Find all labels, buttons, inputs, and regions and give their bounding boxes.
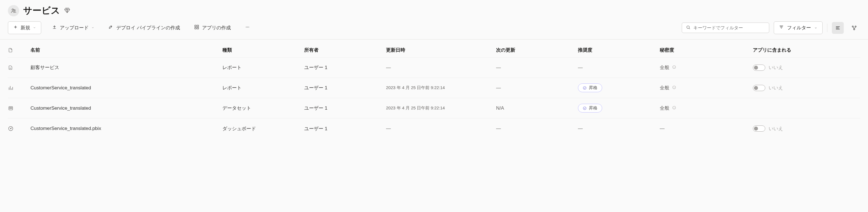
cell-included[interactable]: いいえ (753, 126, 849, 132)
svg-point-15 (583, 86, 586, 90)
table-row[interactable]: CustomerService_translated データセット ユーザー 1… (8, 98, 860, 118)
workspace-avatar-icon (8, 5, 19, 16)
content-table: 名前 種類 所有者 更新日時 次の更新 推奨度 秘密度 アプリに含まれる 顧客サ… (0, 39, 868, 139)
column-header-type[interactable]: 種類 (222, 47, 304, 53)
svg-rect-6 (197, 28, 198, 29)
create-app-label: アプリの作成 (202, 25, 231, 31)
toggle-label: いいえ (769, 84, 783, 91)
svg-point-22 (10, 108, 11, 109)
column-header-endorsement[interactable]: 推奨度 (578, 47, 660, 53)
rocket-icon (108, 25, 114, 31)
deploy-button-label: デプロイ パイプラインの作成 (116, 25, 180, 31)
cell-sensitivity: 全般 (660, 64, 753, 71)
cell-refreshed: — (386, 65, 496, 70)
column-header-type-icon[interactable] (8, 47, 30, 53)
chevron-down-icon (814, 25, 817, 31)
chevron-down-icon (91, 26, 94, 30)
svg-point-10 (687, 26, 689, 29)
new-button[interactable]: 新規 (8, 22, 41, 34)
cell-endorsement: — (578, 65, 660, 70)
svg-point-24 (583, 107, 586, 110)
cell-refreshed: — (386, 126, 496, 131)
cell-owner: ユーザー 1 (304, 64, 386, 71)
chevron-down-icon (33, 26, 36, 30)
cell-endorsement: 昇格 (578, 104, 660, 112)
lineage-view-button[interactable] (848, 22, 860, 34)
svg-point-13 (854, 29, 855, 30)
svg-point-2 (111, 27, 112, 27)
svg-point-19 (10, 107, 11, 107)
toolbar-right: フィルター (682, 22, 860, 34)
table-row[interactable]: CustomerService_translated レポート ユーザー 1 2… (8, 78, 860, 98)
toggle-off-icon[interactable] (753, 85, 765, 91)
svg-rect-4 (197, 25, 198, 27)
svg-point-8 (247, 27, 248, 27)
cell-type: レポート (222, 84, 304, 91)
create-app-button[interactable]: アプリの作成 (191, 22, 234, 34)
app-grid-icon (194, 25, 199, 31)
list-view-button[interactable] (832, 22, 844, 34)
svg-point-7 (246, 27, 246, 27)
dataset-icon (8, 105, 30, 111)
table-row[interactable]: CustomerService_translated.pbix ダッシュボード … (8, 118, 860, 139)
table-header-row: 名前 種類 所有者 更新日時 次の更新 推奨度 秘密度 アプリに含まれる (8, 39, 860, 58)
cell-owner: ユーザー 1 (304, 105, 386, 111)
column-header-owner[interactable]: 所有者 (304, 47, 386, 53)
upload-button-label: アップロード (60, 25, 89, 31)
svg-point-12 (855, 26, 856, 27)
search-input[interactable] (693, 25, 765, 30)
premium-diamond-icon (64, 7, 70, 14)
search-box[interactable] (682, 23, 769, 33)
column-header-name[interactable]: 名前 (30, 47, 222, 53)
svg-point-0 (12, 9, 14, 10)
report-bars-icon (8, 85, 30, 91)
column-header-next-refresh[interactable]: 次の更新 (496, 47, 578, 53)
promoted-badge: 昇格 (578, 104, 602, 112)
plus-icon (13, 25, 18, 31)
toggle-label: いいえ (769, 126, 783, 132)
cell-next-refresh: — (496, 85, 578, 91)
more-actions-button[interactable] (242, 22, 253, 34)
svg-rect-3 (195, 25, 196, 27)
cell-type: レポート (222, 64, 304, 71)
filter-lines-icon (779, 25, 784, 31)
upload-icon (52, 25, 57, 31)
cell-type: データセット (222, 105, 304, 111)
new-button-label: 新規 (21, 25, 30, 31)
cell-owner: ユーザー 1 (304, 126, 386, 132)
cell-name[interactable]: CustomerService_translated.pbix (30, 126, 222, 131)
cell-included[interactable]: いいえ (753, 64, 849, 71)
cell-next-refresh: — (496, 65, 578, 70)
cell-name[interactable]: CustomerService_translated (30, 85, 222, 91)
report-icon (8, 65, 30, 70)
filter-button[interactable]: フィルター (774, 22, 823, 34)
svg-point-18 (9, 107, 10, 107)
column-header-sensitivity[interactable]: 秘密度 (660, 47, 753, 53)
column-header-included[interactable]: アプリに含まれる (753, 47, 849, 53)
svg-point-1 (14, 9, 15, 11)
toggle-off-icon[interactable] (753, 65, 765, 71)
svg-point-21 (9, 108, 10, 109)
cell-next-refresh: N/A (496, 105, 578, 111)
cell-name[interactable]: 顧客サービス (30, 64, 222, 71)
dashboard-icon (8, 126, 30, 131)
info-icon (672, 65, 676, 70)
svg-point-20 (11, 107, 12, 107)
info-icon (672, 105, 676, 111)
upload-button[interactable]: アップロード (49, 22, 98, 34)
cell-included[interactable]: いいえ (753, 84, 849, 91)
cell-sensitivity: 全般 (660, 84, 753, 91)
workspace-title: サービス (23, 4, 60, 17)
column-header-refreshed[interactable]: 更新日時 (386, 47, 496, 53)
cell-type: ダッシュボード (222, 126, 304, 132)
cell-owner: ユーザー 1 (304, 84, 386, 91)
toggle-off-icon[interactable] (753, 126, 765, 132)
filter-button-label: フィルター (787, 25, 811, 31)
toolbar: 新規 アップロード デプロイ パイプラインの作成 アプリの作成 (0, 20, 868, 39)
svg-point-23 (11, 108, 12, 109)
info-icon (672, 85, 676, 91)
create-deploy-pipeline-button[interactable]: デプロイ パイプラインの作成 (105, 22, 183, 34)
table-row[interactable]: 顧客サービス レポート ユーザー 1 — — — 全般 いいえ (8, 58, 860, 78)
cell-name[interactable]: CustomerService_translated (30, 105, 222, 111)
cell-next-refresh: — (496, 126, 578, 131)
